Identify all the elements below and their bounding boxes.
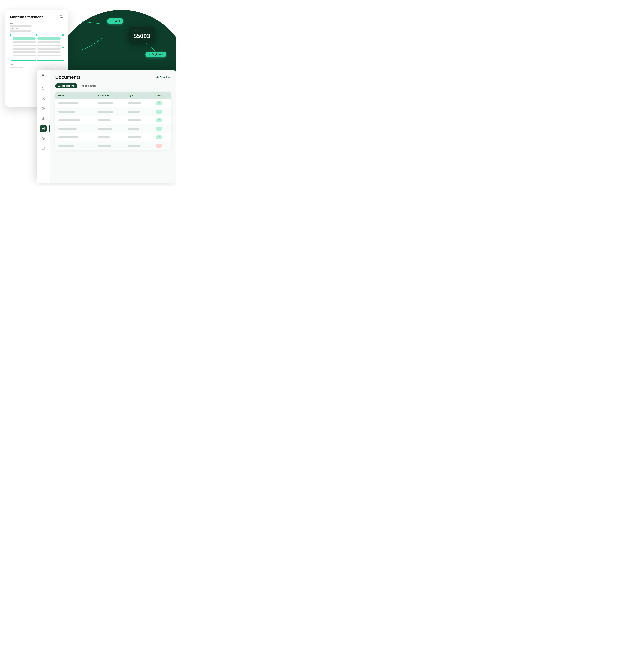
name-bar [58,102,78,104]
transfer-icon [41,87,45,90]
applicants-bar [98,102,113,104]
table-row[interactable]: ✓ [55,116,171,124]
address-field: ADDRESS [10,28,63,32]
cell-name [55,107,95,116]
bank-check-icon: ✓ [110,20,112,22]
bank-badge-label: Bank [113,20,120,23]
checkmark-icon: ✓ [158,102,160,104]
cell-style [125,124,153,133]
table-row[interactable]: ✕ [55,142,171,150]
cell-name [55,142,95,150]
col-style: Style [125,92,153,99]
handle-ml [10,47,11,48]
cell-status: ✓ [153,107,171,116]
status-badge-success: ✓ [156,110,162,113]
name-bar [58,136,78,138]
checkmark-icon: ✓ [158,136,160,138]
name-bar [58,119,80,121]
sidebar-menu-top[interactable]: ≡ › [38,73,48,82]
cell-style [125,133,153,142]
name-field: NAME [10,23,63,27]
sidebar-item-chat[interactable] [40,145,47,152]
table-row[interactable]: ✓ [55,124,171,133]
sidebar-item-bank[interactable] [40,115,47,122]
svg-rect-13 [43,118,43,120]
chat-icon [41,147,45,150]
x-icon: ✕ [158,145,160,147]
handle-tr [62,34,64,36]
svg-rect-14 [44,118,44,120]
handle-br [62,60,64,61]
cell-bar [38,45,61,46]
tab-all-applications-active[interactable]: All applications [55,83,77,88]
cell-name [55,124,95,133]
cell-applicants [95,116,125,124]
cell-highlight-2 [38,37,61,40]
tabs-container: All applications All applications [55,83,171,88]
status-badge-error: ✕ [156,144,162,148]
table-data-row-2 [13,45,61,46]
cell-applicants [95,133,125,142]
handle-bl [10,60,11,61]
applicants-bar [98,119,111,121]
sidebar-item-network[interactable] [40,95,47,102]
cell-name [55,133,95,142]
svg-marker-11 [42,117,45,118]
sidebar-item-transfer[interactable] [40,85,47,92]
table-header-row [13,37,61,40]
network-icon [41,97,45,101]
col-applicants: Applicants [95,92,125,99]
cell-bar [38,51,61,53]
cell-bar [13,41,36,43]
digitised-badge-label: Digitised [152,53,163,56]
applicants-bar [98,111,113,113]
sidebar-item-documents[interactable] [40,125,47,132]
handle-mr [62,47,64,48]
statement-bank-icon: 🏛 [60,15,63,19]
statement-table-section [10,35,63,61]
spend-amount: $5093 [133,32,150,40]
style-bar [128,111,140,113]
main-content: Documents Download All applications All … [50,70,176,183]
cell-bar [13,45,36,46]
cell-name [55,116,95,124]
sidebar: ≡ › [37,70,50,183]
document-icon [41,127,45,130]
cell-name [55,99,95,107]
expand-arrow-icon: › [43,78,44,80]
table-data-row-5 [13,55,61,56]
style-bar [128,119,141,121]
table-header-row: Name Applicants Style Status [55,92,171,99]
cell-bar [13,51,36,53]
sidebar-item-finance[interactable] [40,135,47,142]
applicants-bar [98,136,110,138]
name-bar [58,128,76,130]
cell-status: ✓ [153,99,171,107]
table-row[interactable]: ✓ [55,99,171,107]
name-value-bar [10,25,31,27]
digitised-check-icon: ✓ [149,53,151,56]
applicants-bar [98,128,112,130]
statement-title: Monthly Statement [10,15,43,19]
table-data-row-3 [13,48,61,50]
cell-style [125,116,153,124]
tab-all-applications-inactive[interactable]: All applications [79,83,101,88]
col-name: Name [55,92,95,99]
style-bar [128,145,141,147]
sidebar-item-security[interactable] [40,105,47,112]
cell-status: ✓ [153,124,171,133]
app-window: ≡ › [37,70,176,183]
cell-applicants [95,99,125,107]
coin-icon [41,137,45,140]
content-header: Documents Download [55,74,171,80]
col-status: Status [153,92,171,99]
shield-icon [41,107,45,110]
bank-building-icon [41,117,45,121]
table-row[interactable]: ✓ [55,107,171,116]
download-button[interactable]: Download [156,76,171,79]
style-bar [128,136,141,138]
svg-rect-21 [42,128,44,129]
cell-bar [13,55,36,56]
cell-style [125,99,153,107]
table-row[interactable]: ✓ [55,133,171,142]
